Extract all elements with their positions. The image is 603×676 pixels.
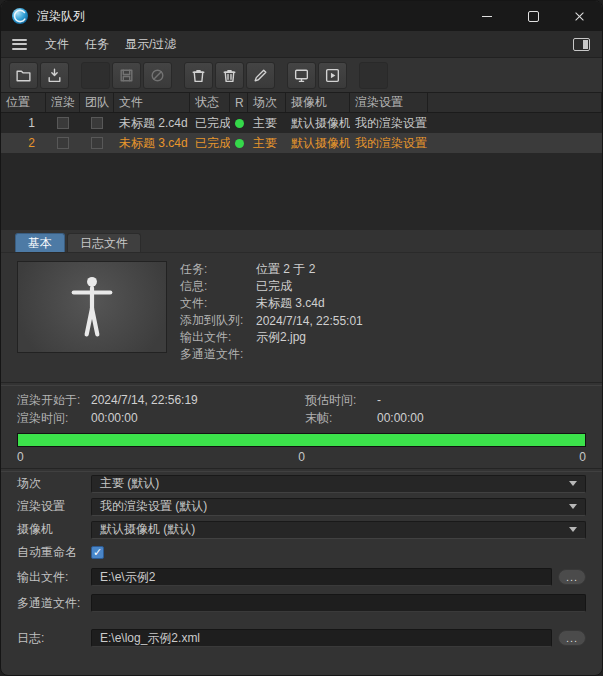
blank-icon xyxy=(87,67,104,84)
log-path-input[interactable]: E:\e\log_示例2.xml xyxy=(91,629,552,647)
chevron-down-icon xyxy=(569,481,577,486)
added-to-queue-label: 添加到队列: xyxy=(180,312,256,329)
queue-row-2-selected[interactable]: 2 未标题 3.c4d 已完成 主要 默认摄像机 我的渲染设置 xyxy=(1,133,602,153)
last-frame-label: 末帧: xyxy=(305,410,377,427)
show-image-button[interactable] xyxy=(287,62,316,89)
open-file-button[interactable] xyxy=(9,62,38,89)
render-cell xyxy=(46,137,80,149)
col-file[interactable]: 文件 xyxy=(114,93,190,112)
camera-label: 摄像机 xyxy=(17,521,91,538)
log-browse-button[interactable]: ... xyxy=(558,630,586,646)
render-preview-thumbnail xyxy=(17,261,167,353)
team-cell xyxy=(80,137,114,149)
auto-rename-label: 自动重命名 xyxy=(17,544,91,561)
team-cell xyxy=(80,117,114,129)
hamburger-menu-icon[interactable] xyxy=(12,39,27,50)
added-to-queue-value: 2024/7/14, 22:55:01 xyxy=(256,314,363,328)
detail-tabs: 基本 日志文件 xyxy=(1,230,602,252)
team-checkbox[interactable] xyxy=(91,117,103,129)
figure-preview xyxy=(69,275,115,339)
row-status: 已完成 xyxy=(190,135,230,152)
progress-start-frame: 0 xyxy=(17,450,24,464)
output-file-label: 输出文件: xyxy=(180,329,256,346)
progress-bar xyxy=(17,433,586,447)
col-status[interactable]: 状态 xyxy=(190,93,230,112)
log-path-label: 日志: xyxy=(17,630,91,647)
row-take: 主要 xyxy=(248,135,286,152)
render-time-value: 00:00:00 xyxy=(91,411,305,425)
menu-file[interactable]: 文件 xyxy=(37,32,77,57)
render-checkbox[interactable] xyxy=(57,137,69,149)
file-label: 文件: xyxy=(180,295,256,312)
col-take[interactable]: 场次 xyxy=(248,93,286,112)
col-filler xyxy=(428,93,602,112)
save-button[interactable] xyxy=(112,62,141,89)
panel-toggle-icon[interactable] xyxy=(573,38,590,51)
team-checkbox[interactable] xyxy=(91,137,103,149)
render-settings-select[interactable]: 我的渲染设置 (默认) xyxy=(91,498,586,516)
col-position[interactable]: 位置 xyxy=(1,93,46,112)
camera-select[interactable]: 默认摄像机 (默认) xyxy=(91,521,586,539)
render-started-label: 渲染开始于: xyxy=(17,392,91,409)
col-team[interactable]: 团队 xyxy=(80,93,114,112)
tab-basic[interactable]: 基本 xyxy=(15,233,65,252)
render-time-label: 渲染时间: xyxy=(17,410,91,427)
col-r[interactable]: R xyxy=(230,93,248,112)
ready-cell xyxy=(230,119,248,128)
chevron-down-icon xyxy=(569,504,577,509)
col-camera[interactable]: 摄像机 xyxy=(286,93,350,112)
add-job-button[interactable] xyxy=(40,62,69,89)
minimize-icon xyxy=(482,16,492,17)
menu-display-filter[interactable]: 显示/过滤 xyxy=(117,32,184,57)
cancel-button[interactable] xyxy=(143,62,172,89)
close-button[interactable] xyxy=(556,1,602,31)
tab-log-file[interactable]: 日志文件 xyxy=(67,233,141,252)
delete-all-jobs-button[interactable] xyxy=(215,62,244,89)
output-path-label: 输出文件: xyxy=(17,569,91,586)
edit-job-button[interactable] xyxy=(246,62,275,89)
render-started-value: 2024/7/14, 22:56:19 xyxy=(91,393,305,407)
toolbar xyxy=(1,58,602,92)
take-row: 场次 主要 (默认) xyxy=(1,472,602,495)
output-browse-button[interactable]: ... xyxy=(558,569,586,585)
start-render-button[interactable] xyxy=(318,62,347,89)
row-status: 已完成 xyxy=(190,115,230,132)
maximize-icon xyxy=(528,11,539,22)
window-controls xyxy=(464,1,602,31)
ready-cell xyxy=(230,139,248,148)
delete-job-button[interactable] xyxy=(184,62,213,89)
render-checkbox[interactable] xyxy=(57,117,69,129)
menu-task[interactable]: 任务 xyxy=(77,32,117,57)
folder-icon xyxy=(15,67,32,84)
auto-rename-checkbox[interactable] xyxy=(91,546,104,559)
toolbar-blank-button[interactable] xyxy=(81,62,110,89)
output-file-row: 输出文件: E:\e\示例2 ... xyxy=(1,564,602,590)
trash-icon xyxy=(190,67,207,84)
render-settings-select-value: 我的渲染设置 (默认) xyxy=(100,498,207,515)
toolbar-blank-button-2[interactable] xyxy=(359,62,388,89)
col-render[interactable]: 渲染 xyxy=(46,93,80,112)
queue-row-1[interactable]: 1 未标题 2.c4d 已完成 主要 默认摄像机 我的渲染设置 xyxy=(1,113,602,133)
play-icon xyxy=(324,67,341,84)
output-file-value: 示例2.jpg xyxy=(256,329,363,346)
menubar: 文件 任务 显示/过滤 xyxy=(1,31,602,58)
camera-row: 摄像机 默认摄像机 (默认) xyxy=(1,518,602,541)
estimated-time-value: - xyxy=(377,393,586,407)
output-path-input[interactable]: E:\e\示例2 xyxy=(91,568,552,586)
job-fields: 任务: 位置 2 于 2 信息: 已完成 文件: 未标题 3.c4d 添加到队列… xyxy=(180,261,363,382)
multipass-path-input[interactable] xyxy=(91,594,586,612)
task-value: 位置 2 于 2 xyxy=(256,261,363,278)
info-value: 已完成 xyxy=(256,278,363,295)
bottom-spacer xyxy=(1,651,602,675)
minimize-button[interactable] xyxy=(464,1,510,31)
take-select[interactable]: 主要 (默认) xyxy=(91,475,586,493)
row-file: 未标题 2.c4d xyxy=(114,115,190,132)
table-header: 位置 渲染 团队 文件 状态 R 场次 摄像机 渲染设置 xyxy=(1,93,602,113)
info-label: 信息: xyxy=(180,278,256,295)
job-queue-table: 位置 渲染 团队 文件 状态 R 场次 摄像机 渲染设置 1 未标题 2.c4d… xyxy=(1,92,602,230)
trash-all-icon xyxy=(221,67,238,84)
render-cell xyxy=(46,117,80,129)
col-render-settings[interactable]: 渲染设置 xyxy=(350,93,428,112)
maximize-button[interactable] xyxy=(510,1,556,31)
window-title: 渲染队列 xyxy=(37,8,85,25)
